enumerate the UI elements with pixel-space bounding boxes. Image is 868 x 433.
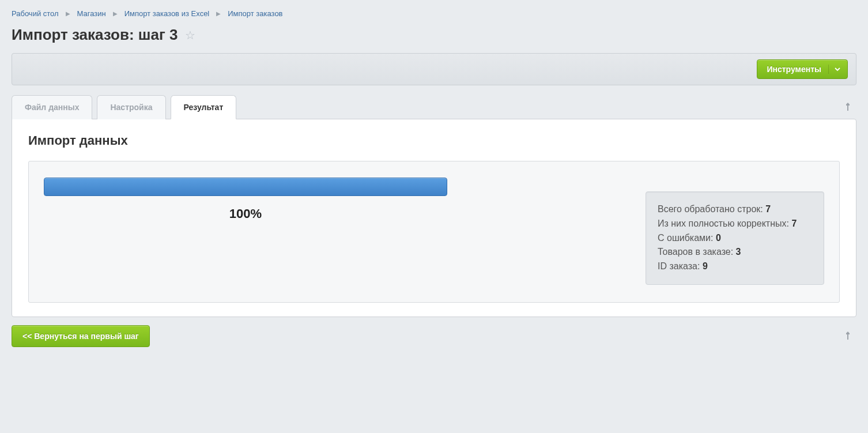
breadcrumb-link-import-orders[interactable]: Импорт заказов <box>228 9 282 18</box>
chevron-down-icon <box>828 65 840 74</box>
page-title: Импорт заказов: шаг 3 <box>12 26 178 44</box>
progress-section: 100% <box>44 178 482 221</box>
stat-order-id: ID заказа: 9 <box>658 259 812 274</box>
stat-items-value: 3 <box>736 247 741 257</box>
back-to-first-step-button[interactable]: << Вернуться на первый шаг <box>12 325 150 347</box>
stat-orderid-label: ID заказа: <box>658 261 700 271</box>
stat-correct-label: Из них полностью корректных: <box>658 219 789 228</box>
tabs-row: Файл данных Настройка Результат <box>12 95 856 119</box>
stat-errors: С ошибками: 0 <box>658 231 812 246</box>
stats-section: Всего обработано строк: 7 Из них полност… <box>646 191 824 285</box>
breadcrumb-link-import-excel[interactable]: Импорт заказов из Excel <box>124 9 210 18</box>
breadcrumb: Рабочий стол ▶ Магазин ▶ Импорт заказов … <box>12 0 856 26</box>
tab-data-file[interactable]: Файл данных <box>12 95 92 119</box>
stat-items-label: Товаров в заказе: <box>658 247 733 257</box>
tools-button[interactable]: Инструменты <box>757 59 848 79</box>
stat-items-in-order: Товаров в заказе: 3 <box>658 245 812 259</box>
tab-settings[interactable]: Настройка <box>97 95 165 119</box>
content-heading: Импорт данных <box>28 133 840 148</box>
stats-box: Всего обработано строк: 7 Из них полност… <box>646 191 824 285</box>
import-box: 100% Всего обработано строк: 7 Из них по… <box>28 161 840 303</box>
progress-bar <box>44 178 447 196</box>
progress-percent: 100% <box>44 206 447 221</box>
stat-correct-value: 7 <box>791 219 797 228</box>
footer-row: << Вернуться на первый шаг <box>12 325 856 347</box>
page-title-row: Импорт заказов: шаг 3 ☆ <box>12 26 856 44</box>
pin-icon[interactable] <box>839 97 856 117</box>
breadcrumb-link-desktop[interactable]: Рабочий стол <box>12 9 59 18</box>
tab-result[interactable]: Результат <box>171 95 237 119</box>
content-panel: Импорт данных 100% Всего обработано стро… <box>12 119 856 317</box>
stat-errors-value: 0 <box>716 233 721 243</box>
chevron-right-icon: ▶ <box>213 10 224 17</box>
star-icon[interactable]: ☆ <box>185 28 195 42</box>
tools-button-label: Инструменты <box>767 65 821 74</box>
chevron-right-icon: ▶ <box>62 10 74 17</box>
breadcrumb-link-shop[interactable]: Магазин <box>77 9 106 18</box>
stat-errors-label: С ошибками: <box>658 233 713 243</box>
tabs: Файл данных Настройка Результат <box>12 95 839 119</box>
stat-total-rows: Всего обработано строк: 7 <box>658 202 812 217</box>
pin-icon[interactable] <box>839 326 856 346</box>
toolbar: Инструменты <box>12 53 856 85</box>
chevron-right-icon: ▶ <box>110 10 121 17</box>
stat-correct-rows: Из них полностью корректных: 7 <box>658 217 812 231</box>
stat-total-label: Всего обработано строк: <box>658 204 763 214</box>
stat-orderid-value: 9 <box>703 261 708 271</box>
stat-total-value: 7 <box>765 204 771 214</box>
